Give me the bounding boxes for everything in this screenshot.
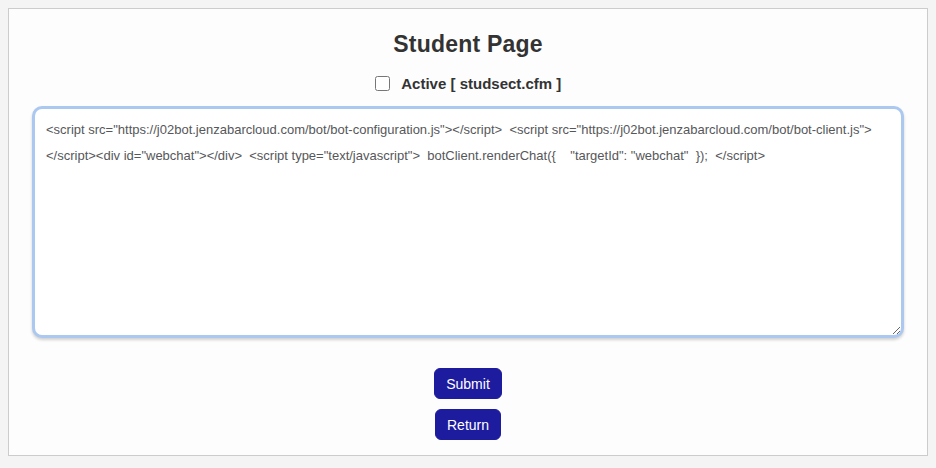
script-textarea[interactable]: <script src="https://j02bot.jenzabarclou… [32,106,904,338]
active-checkbox-row: Active [ studsect.cfm ] [9,75,927,92]
submit-button[interactable]: Submit [434,368,502,399]
content-panel: Student Page Active [ studsect.cfm ] <sc… [8,8,928,456]
active-checkbox-label: Active [ studsect.cfm ] [401,75,561,92]
page-title: Student Page [9,31,927,58]
return-button[interactable]: Return [435,409,501,440]
button-group: Submit Return [9,368,927,440]
active-checkbox[interactable] [375,76,390,91]
script-textarea-wrap: <script src="https://j02bot.jenzabarclou… [9,106,927,342]
